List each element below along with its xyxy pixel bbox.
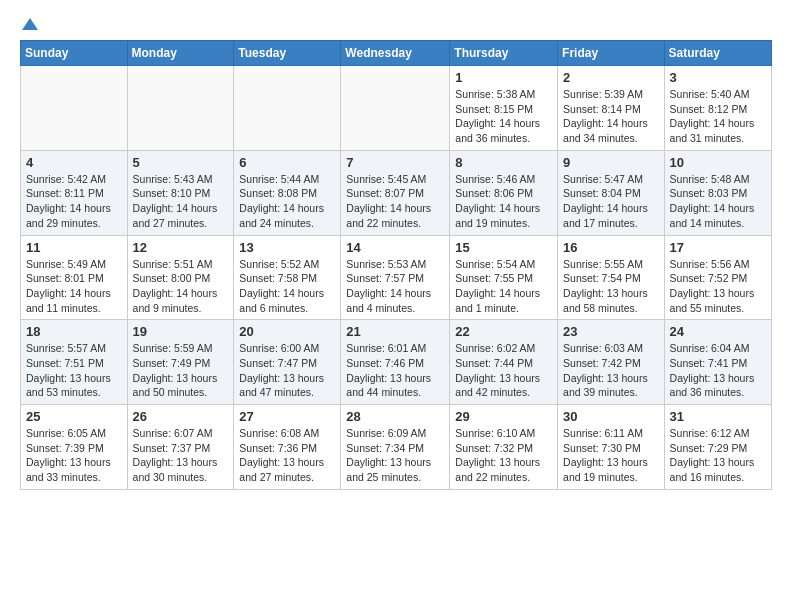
day-number: 17 xyxy=(670,240,766,255)
day-info-text: Sunset: 7:55 PM xyxy=(455,271,552,286)
calendar-day-cell: 6Sunrise: 5:44 AMSunset: 8:08 PMDaylight… xyxy=(234,150,341,235)
calendar-day-cell: 20Sunrise: 6:00 AMSunset: 7:47 PMDayligh… xyxy=(234,320,341,405)
calendar-day-cell: 22Sunrise: 6:02 AMSunset: 7:44 PMDayligh… xyxy=(450,320,558,405)
weekday-header: Wednesday xyxy=(341,41,450,66)
calendar-day-cell xyxy=(127,66,234,151)
calendar-day-cell: 4Sunrise: 5:42 AMSunset: 8:11 PMDaylight… xyxy=(21,150,128,235)
day-info-text: Daylight: 14 hours and 19 minutes. xyxy=(455,201,552,230)
day-info-text: Sunset: 8:00 PM xyxy=(133,271,229,286)
day-number: 30 xyxy=(563,409,659,424)
calendar-day-cell: 1Sunrise: 5:38 AMSunset: 8:15 PMDaylight… xyxy=(450,66,558,151)
day-info-text: Daylight: 14 hours and 36 minutes. xyxy=(455,116,552,145)
day-info-text: Sunrise: 5:56 AM xyxy=(670,257,766,272)
day-info-text: Sunset: 7:57 PM xyxy=(346,271,444,286)
weekday-header: Monday xyxy=(127,41,234,66)
day-number: 15 xyxy=(455,240,552,255)
day-number: 11 xyxy=(26,240,122,255)
day-info-text: Daylight: 14 hours and 24 minutes. xyxy=(239,201,335,230)
day-info-text: Sunset: 7:34 PM xyxy=(346,441,444,456)
calendar-week-row: 11Sunrise: 5:49 AMSunset: 8:01 PMDayligh… xyxy=(21,235,772,320)
day-info-text: Daylight: 13 hours and 50 minutes. xyxy=(133,371,229,400)
day-number: 3 xyxy=(670,70,766,85)
day-number: 19 xyxy=(133,324,229,339)
calendar-day-cell: 18Sunrise: 5:57 AMSunset: 7:51 PMDayligh… xyxy=(21,320,128,405)
day-info-text: Sunset: 8:04 PM xyxy=(563,186,659,201)
calendar-day-cell: 12Sunrise: 5:51 AMSunset: 8:00 PMDayligh… xyxy=(127,235,234,320)
calendar-day-cell: 9Sunrise: 5:47 AMSunset: 8:04 PMDaylight… xyxy=(558,150,665,235)
day-info-text: Sunset: 7:29 PM xyxy=(670,441,766,456)
weekday-header: Thursday xyxy=(450,41,558,66)
day-number: 5 xyxy=(133,155,229,170)
day-info-text: Sunrise: 5:40 AM xyxy=(670,87,766,102)
day-info-text: Sunrise: 6:01 AM xyxy=(346,341,444,356)
day-number: 23 xyxy=(563,324,659,339)
calendar-day-cell: 31Sunrise: 6:12 AMSunset: 7:29 PMDayligh… xyxy=(664,405,771,490)
calendar-day-cell: 13Sunrise: 5:52 AMSunset: 7:58 PMDayligh… xyxy=(234,235,341,320)
day-number: 12 xyxy=(133,240,229,255)
header xyxy=(20,16,772,32)
day-info-text: Daylight: 14 hours and 11 minutes. xyxy=(26,286,122,315)
calendar-day-cell: 11Sunrise: 5:49 AMSunset: 8:01 PMDayligh… xyxy=(21,235,128,320)
day-number: 22 xyxy=(455,324,552,339)
day-info-text: Sunrise: 6:00 AM xyxy=(239,341,335,356)
day-info-text: Daylight: 13 hours and 25 minutes. xyxy=(346,455,444,484)
calendar-week-row: 18Sunrise: 5:57 AMSunset: 7:51 PMDayligh… xyxy=(21,320,772,405)
day-info-text: Sunrise: 5:46 AM xyxy=(455,172,552,187)
day-info-text: Sunrise: 6:02 AM xyxy=(455,341,552,356)
day-number: 8 xyxy=(455,155,552,170)
day-info-text: Daylight: 14 hours and 4 minutes. xyxy=(346,286,444,315)
day-info-text: Daylight: 14 hours and 29 minutes. xyxy=(26,201,122,230)
calendar-day-cell: 23Sunrise: 6:03 AMSunset: 7:42 PMDayligh… xyxy=(558,320,665,405)
calendar-day-cell: 2Sunrise: 5:39 AMSunset: 8:14 PMDaylight… xyxy=(558,66,665,151)
day-info-text: Daylight: 13 hours and 39 minutes. xyxy=(563,371,659,400)
weekday-header: Friday xyxy=(558,41,665,66)
day-number: 25 xyxy=(26,409,122,424)
calendar-day-cell: 14Sunrise: 5:53 AMSunset: 7:57 PMDayligh… xyxy=(341,235,450,320)
day-info-text: Daylight: 14 hours and 31 minutes. xyxy=(670,116,766,145)
svg-marker-0 xyxy=(22,18,38,30)
day-info-text: Sunset: 8:14 PM xyxy=(563,102,659,117)
day-info-text: Daylight: 14 hours and 34 minutes. xyxy=(563,116,659,145)
day-info-text: Sunrise: 5:48 AM xyxy=(670,172,766,187)
calendar-day-cell xyxy=(341,66,450,151)
day-info-text: Daylight: 13 hours and 16 minutes. xyxy=(670,455,766,484)
day-info-text: Sunset: 7:44 PM xyxy=(455,356,552,371)
calendar-week-row: 1Sunrise: 5:38 AMSunset: 8:15 PMDaylight… xyxy=(21,66,772,151)
day-info-text: Daylight: 13 hours and 44 minutes. xyxy=(346,371,444,400)
calendar-day-cell: 26Sunrise: 6:07 AMSunset: 7:37 PMDayligh… xyxy=(127,405,234,490)
day-info-text: Daylight: 14 hours and 6 minutes. xyxy=(239,286,335,315)
weekday-header: Sunday xyxy=(21,41,128,66)
day-info-text: Sunrise: 5:49 AM xyxy=(26,257,122,272)
calendar-day-cell xyxy=(234,66,341,151)
day-info-text: Daylight: 13 hours and 30 minutes. xyxy=(133,455,229,484)
day-info-text: Sunset: 8:15 PM xyxy=(455,102,552,117)
calendar-day-cell: 21Sunrise: 6:01 AMSunset: 7:46 PMDayligh… xyxy=(341,320,450,405)
day-info-text: Sunset: 7:51 PM xyxy=(26,356,122,371)
calendar-day-cell: 5Sunrise: 5:43 AMSunset: 8:10 PMDaylight… xyxy=(127,150,234,235)
calendar-day-cell xyxy=(21,66,128,151)
day-info-text: Sunrise: 5:39 AM xyxy=(563,87,659,102)
day-info-text: Daylight: 13 hours and 58 minutes. xyxy=(563,286,659,315)
day-info-text: Sunrise: 6:11 AM xyxy=(563,426,659,441)
day-number: 26 xyxy=(133,409,229,424)
calendar-day-cell: 15Sunrise: 5:54 AMSunset: 7:55 PMDayligh… xyxy=(450,235,558,320)
day-info-text: Daylight: 14 hours and 1 minute. xyxy=(455,286,552,315)
day-number: 21 xyxy=(346,324,444,339)
day-info-text: Sunset: 8:10 PM xyxy=(133,186,229,201)
day-number: 27 xyxy=(239,409,335,424)
day-info-text: Sunrise: 5:55 AM xyxy=(563,257,659,272)
day-info-text: Sunrise: 6:07 AM xyxy=(133,426,229,441)
calendar-header-row: SundayMondayTuesdayWednesdayThursdayFrid… xyxy=(21,41,772,66)
weekday-header: Tuesday xyxy=(234,41,341,66)
calendar-day-cell: 17Sunrise: 5:56 AMSunset: 7:52 PMDayligh… xyxy=(664,235,771,320)
day-number: 9 xyxy=(563,155,659,170)
calendar-day-cell: 7Sunrise: 5:45 AMSunset: 8:07 PMDaylight… xyxy=(341,150,450,235)
day-info-text: Daylight: 14 hours and 17 minutes. xyxy=(563,201,659,230)
day-info-text: Sunrise: 5:59 AM xyxy=(133,341,229,356)
calendar-week-row: 4Sunrise: 5:42 AMSunset: 8:11 PMDaylight… xyxy=(21,150,772,235)
day-info-text: Sunset: 7:30 PM xyxy=(563,441,659,456)
day-info-text: Sunset: 8:03 PM xyxy=(670,186,766,201)
day-info-text: Sunset: 7:41 PM xyxy=(670,356,766,371)
day-info-text: Sunset: 8:01 PM xyxy=(26,271,122,286)
day-info-text: Daylight: 14 hours and 14 minutes. xyxy=(670,201,766,230)
